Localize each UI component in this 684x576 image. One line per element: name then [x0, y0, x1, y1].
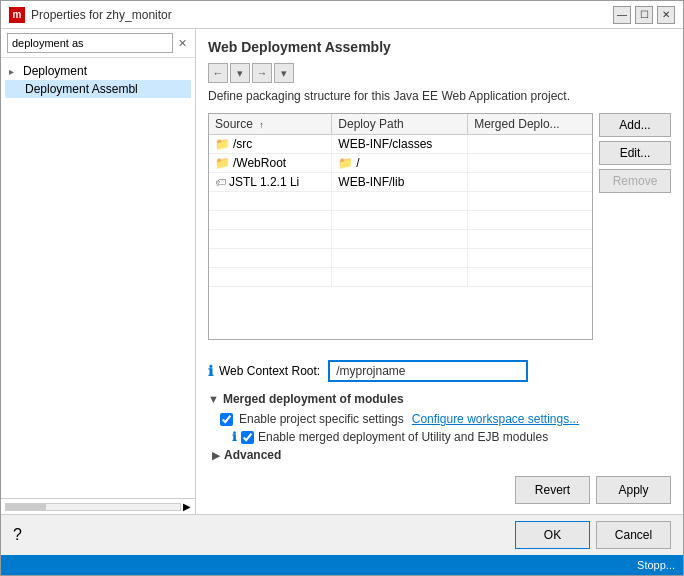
deployment-table: Source ↑ Deploy Path Merged Deplo... 📁/s…: [208, 113, 593, 340]
section-collapse-arrow: ▼: [208, 393, 219, 405]
merged-section-header[interactable]: ▼ Merged deployment of modules: [208, 392, 671, 406]
table-row-empty: [209, 249, 592, 268]
table-header-row: Source ↑ Deploy Path Merged Deplo...: [209, 114, 592, 135]
tree-label-deployment: Deployment: [23, 64, 87, 78]
help-icon[interactable]: ?: [13, 526, 22, 544]
left-panel: ✕ ▸ Deployment Deployment Assembl ▶: [1, 29, 196, 514]
close-button[interactable]: ✕: [657, 6, 675, 24]
remove-button[interactable]: Remove: [599, 169, 671, 193]
scroll-right-btn[interactable]: ▶: [183, 501, 191, 512]
status-text: Stopp...: [637, 559, 675, 571]
right-panel: Web Deployment Assembly ← ▾ → ▾ Define p…: [196, 29, 683, 514]
panel-header: Web Deployment Assembly: [208, 39, 671, 55]
context-root-row: ℹ Web Context Root:: [208, 360, 671, 382]
scrollbar-thumb: [6, 504, 46, 510]
search-input[interactable]: [7, 33, 173, 53]
configure-workspace-link[interactable]: Configure workspace settings...: [412, 412, 579, 426]
col-deploy-path: Deploy Path: [332, 114, 468, 135]
search-clear-icon[interactable]: ✕: [176, 35, 189, 52]
info-icon-2: ℹ: [232, 430, 237, 444]
source-cell-3: 🏷JSTL 1.2.1 Li: [209, 173, 332, 192]
enable-settings-row: Enable project specific settings Configu…: [208, 412, 671, 426]
horizontal-scrollbar[interactable]: ▶: [1, 498, 195, 514]
minimize-button[interactable]: —: [613, 6, 631, 24]
enable-merged-row: ℹ Enable merged deployment of Utility an…: [208, 430, 671, 444]
tree-label-assembly: Deployment Assembl: [25, 82, 138, 96]
search-bar: ✕: [1, 29, 195, 58]
tree-arrow-deployment: ▸: [9, 66, 23, 77]
col-merged: Merged Deplo...: [468, 114, 592, 135]
folder-icon-deploy-2: 📁: [338, 156, 353, 170]
table-section: Source ↑ Deploy Path Merged Deplo... 📁/s…: [208, 113, 671, 350]
toolbar-row: ← ▾ → ▾: [208, 63, 671, 83]
content-area: ✕ ▸ Deployment Deployment Assembl ▶: [1, 29, 683, 514]
table-body: 📁/src WEB-INF/classes 📁/WebRoot: [209, 135, 592, 287]
tree-item-deployment[interactable]: ▸ Deployment: [5, 62, 191, 80]
dialog-buttons-row: ? OK Cancel: [1, 514, 683, 555]
forward-dropdown-button[interactable]: ▾: [274, 63, 294, 83]
status-bar: Stopp...: [1, 555, 683, 575]
table-row[interactable]: 📁/src WEB-INF/classes: [209, 135, 592, 154]
folder-icon-1: 📁: [215, 137, 230, 151]
action-buttons-row: Revert Apply: [208, 470, 671, 504]
folder-icon-2: 📁: [215, 156, 230, 170]
title-bar: m Properties for zhy_monitor — ☐ ✕: [1, 1, 683, 29]
revert-button[interactable]: Revert: [515, 476, 590, 504]
source-cell-1: 📁/src: [209, 135, 332, 154]
back-dropdown-button[interactable]: ▾: [230, 63, 250, 83]
add-button[interactable]: Add...: [599, 113, 671, 137]
table-row-empty: [209, 211, 592, 230]
deploy-path-cell-3: WEB-INF/lib: [332, 173, 468, 192]
forward-button[interactable]: →: [252, 63, 272, 83]
merged-cell-3: [468, 173, 592, 192]
enable-settings-checkbox[interactable]: [220, 413, 233, 426]
context-root-input[interactable]: [328, 360, 528, 382]
info-icon: ℹ: [208, 363, 213, 379]
apply-button[interactable]: Apply: [596, 476, 671, 504]
window-controls: — ☐ ✕: [613, 6, 675, 24]
back-button[interactable]: ←: [208, 63, 228, 83]
advanced-arrow: ▶: [212, 449, 220, 462]
assembly-table: Source ↑ Deploy Path Merged Deplo... 📁/s…: [209, 114, 592, 287]
table-row-empty: [209, 192, 592, 211]
tree-area: ▸ Deployment Deployment Assembl: [1, 58, 195, 498]
table-row[interactable]: 🏷JSTL 1.2.1 Li WEB-INF/lib: [209, 173, 592, 192]
context-root-label: Web Context Root:: [219, 364, 320, 378]
tree-item-deployment-assembly[interactable]: Deployment Assembl: [5, 80, 191, 98]
advanced-section[interactable]: ▶ Advanced: [208, 448, 671, 462]
enable-merged-label: Enable merged deployment of Utility and …: [258, 430, 548, 444]
cancel-button[interactable]: Cancel: [596, 521, 671, 549]
scrollbar-track: [5, 503, 181, 511]
deploy-path-cell-2: 📁/: [332, 154, 468, 173]
app-icon: m: [9, 7, 25, 23]
deploy-path-cell-1: WEB-INF/classes: [332, 135, 468, 154]
ok-button[interactable]: OK: [515, 521, 590, 549]
merged-section-title: Merged deployment of modules: [223, 392, 404, 406]
maximize-button[interactable]: ☐: [635, 6, 653, 24]
enable-merged-checkbox[interactable]: [241, 431, 254, 444]
source-cell-2: 📁/WebRoot: [209, 154, 332, 173]
advanced-label: Advanced: [224, 448, 281, 462]
table-row[interactable]: 📁/WebRoot 📁/: [209, 154, 592, 173]
enable-settings-label: Enable project specific settings: [239, 412, 404, 426]
main-window: m Properties for zhy_monitor — ☐ ✕ ✕ ▸ D…: [0, 0, 684, 576]
window-title: Properties for zhy_monitor: [31, 8, 613, 22]
table-action-buttons: Add... Edit... Remove: [599, 113, 671, 350]
merged-cell-1: [468, 135, 592, 154]
jstl-icon: 🏷: [215, 176, 226, 188]
table-row-empty: [209, 268, 592, 287]
edit-button[interactable]: Edit...: [599, 141, 671, 165]
panel-description: Define packaging structure for this Java…: [208, 89, 671, 103]
sort-icon: ↑: [259, 120, 264, 130]
col-source: Source ↑: [209, 114, 332, 135]
merged-cell-2: [468, 154, 592, 173]
table-row-empty: [209, 230, 592, 249]
